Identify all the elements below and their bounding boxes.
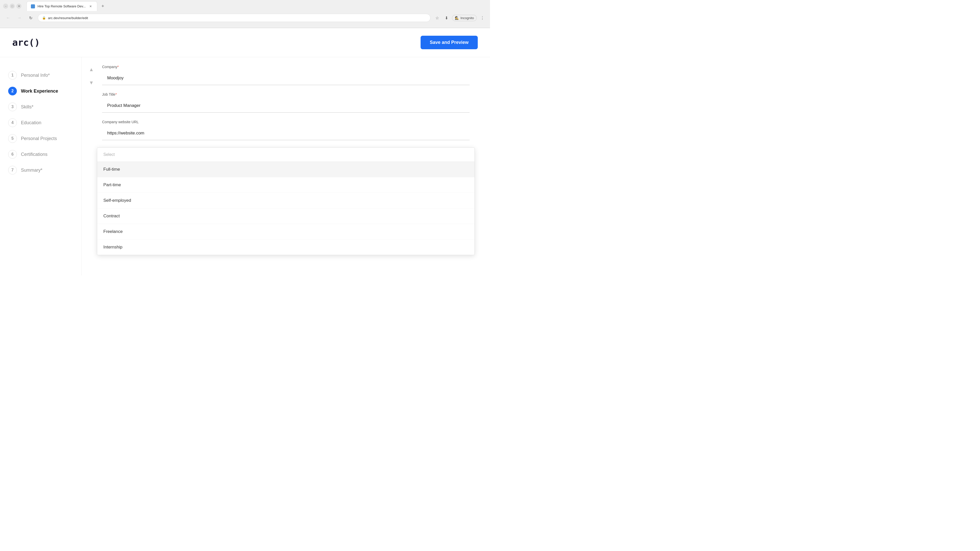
tab-title: Hire Top Remote Software Dev... bbox=[38, 4, 86, 8]
active-tab[interactable]: Hire Top Remote Software Dev... ✕ bbox=[27, 1, 97, 11]
website-label: Company website URL bbox=[102, 120, 469, 124]
tab-favicon bbox=[31, 4, 35, 8]
bookmark-button[interactable]: ☆ bbox=[434, 14, 441, 21]
menu-button[interactable]: ⋮ bbox=[479, 14, 486, 21]
omnibar: ← → ↻ 🔒 arc.dev/resume/builder/edit ☆ ⬇ … bbox=[0, 12, 490, 24]
browser-chrome: － □ ✕ Hire Top Remote Software Dev... ✕ … bbox=[0, 0, 490, 28]
sort-down-button[interactable]: ▼ bbox=[87, 78, 96, 87]
job-title-field: Job Title* bbox=[102, 92, 469, 113]
window-controls: － □ ✕ bbox=[3, 3, 21, 9]
content-area: ▲ ▼ Company* Job Title* bbox=[82, 57, 490, 275]
sidebar-item-personal-info[interactable]: 1 Personal Info* bbox=[8, 67, 73, 83]
website-input[interactable] bbox=[102, 127, 469, 140]
sidebar-item-certifications[interactable]: 6 Certifications bbox=[8, 146, 73, 162]
tab-close-button[interactable]: ✕ bbox=[88, 4, 93, 9]
sidebar-label-skills: Skills* bbox=[21, 104, 33, 110]
nav-number-2: 2 bbox=[8, 87, 17, 95]
sidebar-item-personal-projects[interactable]: 5 Personal Projects bbox=[8, 130, 73, 146]
dropdown-option-part-time[interactable]: Part-time bbox=[97, 177, 474, 193]
nav-number-5: 5 bbox=[8, 134, 17, 143]
lock-icon: 🔒 bbox=[42, 16, 46, 20]
website-field: Company website URL bbox=[102, 120, 469, 140]
sidebar-item-education[interactable]: 4 Education bbox=[8, 115, 73, 130]
back-button[interactable]: ← bbox=[4, 14, 12, 22]
nav-number-4: 4 bbox=[8, 118, 17, 127]
main-layout: 1 Personal Info* 2 Work Experience 3 Ski… bbox=[0, 57, 490, 275]
dropdown-option-full-time[interactable]: Full-time bbox=[97, 162, 474, 177]
incognito-icon: 🕵 bbox=[455, 16, 459, 20]
sidebar-item-work-experience[interactable]: 2 Work Experience bbox=[8, 83, 73, 99]
sidebar-item-skills[interactable]: 3 Skills* bbox=[8, 99, 73, 115]
sidebar-label-summary: Summary* bbox=[21, 168, 42, 173]
job-title-label: Job Title* bbox=[102, 92, 469, 97]
sidebar-label-personal-info: Personal Info* bbox=[21, 73, 50, 78]
company-input[interactable] bbox=[102, 71, 469, 85]
incognito-label: Incognito bbox=[460, 16, 474, 20]
nav-number-7: 7 bbox=[8, 166, 17, 175]
dropdown-option-self-employed[interactable]: Self-employed bbox=[97, 193, 474, 208]
sidebar-label-work-experience: Work Experience bbox=[21, 89, 58, 94]
page-content: arc() Save and Preview 1 Personal Info* … bbox=[0, 28, 490, 275]
address-bar[interactable]: 🔒 arc.dev/resume/builder/edit bbox=[38, 14, 431, 22]
tab-bar: － □ ✕ Hire Top Remote Software Dev... ✕ … bbox=[0, 0, 490, 12]
sort-controls: ▲ ▼ bbox=[87, 65, 96, 87]
reload-button[interactable]: ↻ bbox=[27, 14, 35, 22]
address-url: arc.dev/resume/builder/edit bbox=[48, 16, 426, 20]
window-minimize[interactable]: － bbox=[3, 3, 8, 9]
window-maximize[interactable]: □ bbox=[10, 3, 15, 9]
page-header: arc() Save and Preview bbox=[0, 28, 490, 57]
nav-number-6: 6 bbox=[8, 150, 17, 159]
sidebar-item-summary[interactable]: 7 Summary* bbox=[8, 162, 73, 178]
window-close[interactable]: ✕ bbox=[16, 3, 21, 9]
dropdown-option-internship[interactable]: Internship bbox=[97, 240, 474, 255]
browser-actions: ☆ ⬇ 🕵 Incognito ⋮ bbox=[434, 14, 486, 21]
incognito-badge: 🕵 Incognito bbox=[452, 15, 477, 21]
dropdown-option-contract[interactable]: Contract bbox=[97, 208, 474, 224]
forward-button[interactable]: → bbox=[15, 14, 24, 22]
sort-up-button[interactable]: ▲ bbox=[87, 65, 96, 74]
nav-number-1: 1 bbox=[8, 71, 17, 79]
download-button[interactable]: ⬇ bbox=[443, 14, 450, 21]
nav-number-3: 3 bbox=[8, 103, 17, 111]
dropdown-option-freelance[interactable]: Freelance bbox=[97, 224, 474, 240]
sidebar-label-education: Education bbox=[21, 120, 41, 125]
site-logo: arc() bbox=[12, 37, 40, 48]
company-field: Company* bbox=[102, 65, 469, 85]
save-preview-button[interactable]: Save and Preview bbox=[421, 36, 478, 49]
form-section: Company* Job Title* Company website URL bbox=[102, 57, 469, 155]
new-tab-button[interactable]: + bbox=[99, 3, 107, 10]
job-title-input[interactable] bbox=[102, 99, 469, 113]
sidebar-label-personal-projects: Personal Projects bbox=[21, 136, 57, 141]
sidebar: 1 Personal Info* 2 Work Experience 3 Ski… bbox=[0, 57, 82, 275]
sidebar-label-certifications: Certifications bbox=[21, 152, 48, 157]
dropdown-placeholder: Select bbox=[97, 148, 474, 162]
company-label: Company* bbox=[102, 65, 469, 69]
dropdown-overlay: Select Full-time Part-time Self-employed… bbox=[97, 148, 475, 255]
